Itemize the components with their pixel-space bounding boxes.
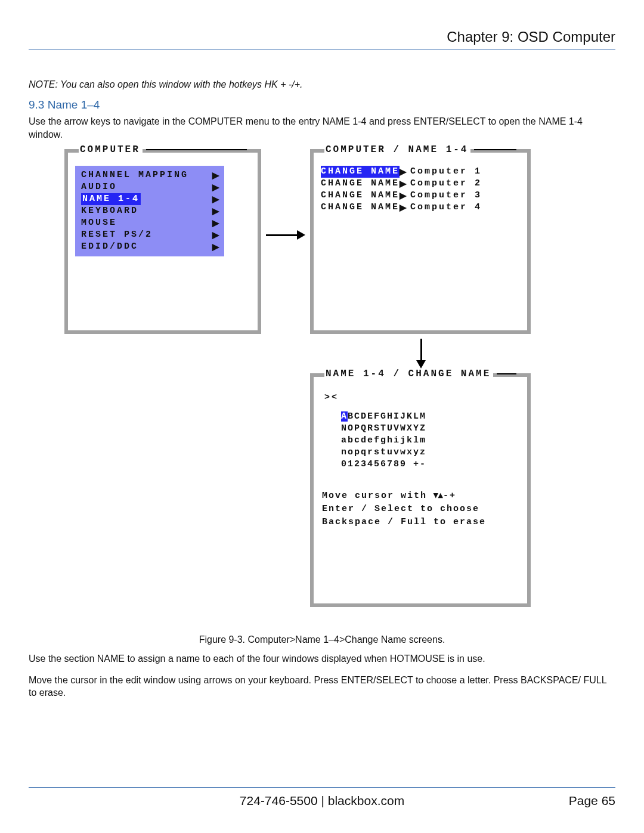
menu-item-reset-ps2[interactable]: RESET PS/2 ▶ — [75, 229, 224, 241]
row-action: CHANGE NAME — [321, 178, 400, 190]
name-entry-cursor[interactable]: >< — [324, 392, 522, 402]
menu-item-edid-ddc[interactable]: EDID/DDC ▶ — [75, 241, 224, 253]
menu-item-mouse[interactable]: MOUSE ▶ — [75, 217, 224, 229]
osd1-title: COMPUTER — [79, 144, 143, 155]
char-row: nopqrstuvwxyz — [341, 447, 522, 459]
page-number: Page 65 — [569, 794, 615, 808]
footer-contact: 724-746-5500 | blackbox.com — [29, 794, 615, 808]
page-footer: 724-746-5500 | blackbox.com Page 65 — [29, 787, 615, 808]
submenu-arrow-icon: ▶ — [400, 178, 407, 190]
osd2-title: COMPUTER / NAME 1-4 — [324, 144, 470, 155]
instr-line-1a: Move cursor with — [322, 491, 434, 501]
menu-item-audio[interactable]: AUDIO ▶ — [75, 181, 224, 193]
change-name-row-3[interactable]: CHANGE NAME▶ Computer 3 — [321, 190, 522, 202]
row-value: Computer 4 — [410, 202, 482, 213]
row-action: CHANGE NAME — [321, 190, 400, 202]
submenu-arrow-icon: ▶ — [212, 181, 219, 193]
osd-computer-menu: COMPUTER CHANNEL MAPPING ▶ AUDIO ▶ NAME … — [64, 149, 261, 334]
osd2-title-line — [474, 149, 516, 150]
menu-label: AUDIO — [81, 181, 117, 193]
menu-label: RESET PS/2 — [81, 229, 153, 241]
instr-line-1c: -+ — [443, 491, 456, 501]
change-name-row-2[interactable]: CHANGE NAME▶ Computer 2 — [321, 178, 522, 190]
menu-label: CHANNEL MAPPING — [81, 169, 188, 181]
row-action: CHANGE NAME — [321, 202, 400, 213]
header-rule — [29, 49, 615, 49]
submenu-arrow-icon: ▶ — [400, 202, 407, 213]
row-value: Computer 2 — [410, 178, 482, 190]
figure-caption: Figure 9-3. Computer>Name 1–4>Change Nam… — [29, 634, 615, 645]
row-action: CHANGE NAME — [321, 166, 400, 178]
char-row: 0123456789 +- — [341, 459, 522, 470]
arrow-updown-icon: ▾▴ — [434, 490, 443, 500]
footer-rule — [29, 787, 615, 788]
osd-change-name: NAME 1-4 / CHANGE NAME >< ABCDEFGHIJKLM … — [310, 373, 531, 607]
submenu-arrow-icon: ▶ — [212, 169, 219, 181]
instructions: Move cursor with ▾▴-+ Enter / Select to … — [322, 488, 522, 529]
paragraph-cursor: Move the cursor in the edit window using… — [29, 674, 615, 699]
arrow-right-icon — [266, 230, 305, 240]
note-text: NOTE: You can also open this window with… — [29, 79, 615, 90]
submenu-arrow-icon: ▶ — [212, 193, 219, 205]
change-name-row-1[interactable]: CHANGE NAME▶ Computer 1 — [321, 166, 522, 178]
figure-area: COMPUTER CHANNEL MAPPING ▶ AUDIO ▶ NAME … — [29, 149, 615, 632]
submenu-arrow-icon: ▶ — [400, 166, 407, 178]
char-row: abcdefghijklm — [341, 435, 522, 447]
osd-name-list: COMPUTER / NAME 1-4 CHANGE NAME▶ Compute… — [310, 149, 531, 334]
character-picker[interactable]: ABCDEFGHIJKLM NOPQRSTUVWXYZ abcdefghijkl… — [341, 411, 522, 470]
menu-label: KEYBOARD — [81, 205, 138, 217]
osd3-title: NAME 1-4 / CHANGE NAME — [324, 368, 493, 379]
submenu-arrow-icon: ▶ — [212, 205, 219, 217]
char-row: BCDEFGHIJKLM — [348, 411, 426, 422]
submenu-arrow-icon: ▶ — [212, 241, 219, 253]
arrow-down-icon — [416, 339, 426, 368]
osd1-title-line — [146, 149, 247, 150]
menu-item-channel-mapping[interactable]: CHANNEL MAPPING ▶ — [75, 169, 224, 181]
menu-label: EDID/DDC — [81, 241, 138, 253]
row-value: Computer 1 — [410, 166, 482, 178]
intro-paragraph: Use the arrow keys to navigate in the CO… — [29, 115, 615, 141]
menu-label: NAME 1-4 — [81, 193, 141, 205]
change-name-row-4[interactable]: CHANGE NAME▶ Computer 4 — [321, 202, 522, 213]
submenu-arrow-icon: ▶ — [400, 190, 407, 202]
submenu-arrow-icon: ▶ — [212, 229, 219, 241]
menu-item-keyboard[interactable]: KEYBOARD ▶ — [75, 205, 224, 217]
char-selected: A — [341, 411, 348, 422]
instr-line-3: Backspace / Full to erase — [322, 516, 522, 529]
menu-item-name-1-4[interactable]: NAME 1-4 ▶ — [75, 193, 224, 205]
row-value: Computer 3 — [410, 190, 482, 202]
menu-label: MOUSE — [81, 217, 117, 229]
submenu-arrow-icon: ▶ — [212, 217, 219, 229]
paragraph-usage: Use the section NAME to assign a name to… — [29, 652, 615, 665]
osd3-title-line — [497, 373, 516, 374]
chapter-title: Chapter 9: OSD Computer — [29, 29, 615, 45]
section-title: 9.3 Name 1–4 — [29, 98, 615, 112]
char-row: NOPQRSTUVWXYZ — [341, 423, 522, 435]
instr-line-2: Enter / Select to choose — [322, 503, 522, 516]
